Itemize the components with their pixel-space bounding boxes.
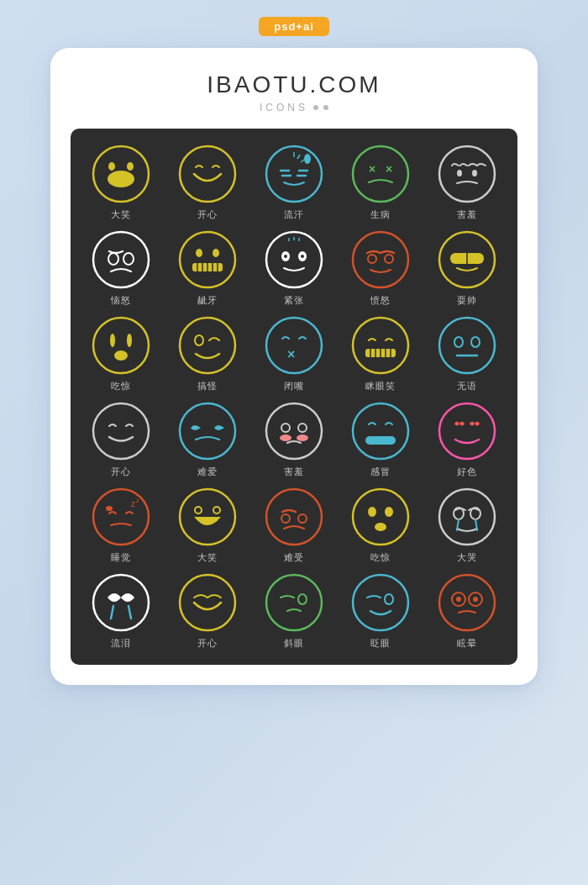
svg-line-13 [301,160,304,162]
funny-label: 搞怪 [197,380,218,392]
svg-point-22 [123,253,134,265]
happy3-icon [177,572,238,633]
icon-cell-shy: 害羞 [426,144,509,221]
sweat-icon [264,144,324,204]
svg-point-41 [368,255,376,263]
svg-point-98 [266,575,322,630]
svg-point-51 [195,335,203,345]
icon-cell-happy3: 开心 [165,572,249,650]
icon-cell-big-laugh2: 大笑 [165,487,249,564]
svg-line-96 [129,606,131,619]
dot2 [323,105,328,110]
icon-cell-funny: 搞怪 [165,315,249,392]
svg-point-50 [180,318,235,373]
big-laugh2-icon [177,487,238,547]
svg-point-17 [439,146,495,202]
surprised-icon [91,315,151,376]
svg-point-36 [301,255,304,258]
squint-label: 眯眼笑 [365,380,396,392]
speechless-icon [437,315,497,376]
svg-point-84 [298,514,307,523]
card: IBAOTU.COM ICONS 大笑 [50,48,538,685]
icon-cell-squint-eye: 斜眼 [252,572,335,650]
icon-cell-sweat: 流汗 [252,144,335,221]
svg-point-1 [108,171,134,187]
svg-point-97 [180,575,235,630]
svg-point-72 [353,403,408,459]
icon-cell-tears: 流泪 [79,572,162,650]
icon-cell-happy2: 开心 [79,401,162,478]
svg-point-74 [439,403,495,459]
icon-cell-surprised2: 吃惊 [339,487,423,564]
lusty-label: 好色 [457,466,477,478]
shush-label: 闭嘴 [284,380,304,392]
svg-text:z: z [131,499,135,508]
icon-cell-squint: 眯眼笑 [339,315,423,392]
svg-point-2 [108,162,115,171]
icon-cell-lusty: 好色 [426,401,509,478]
svg-point-86 [368,507,376,517]
icon-cell-teeth: 龇牙 [165,229,249,307]
cold-icon [350,401,411,461]
svg-point-63 [471,337,480,347]
svg-point-102 [439,575,495,630]
svg-point-83 [281,514,290,523]
icon-cell-happy: 开心 [165,144,249,221]
icon-cell-shy2: 害羞 [252,401,335,478]
happy2-label: 开心 [111,466,131,478]
cool-label: 耍帅 [457,294,477,307]
svg-point-66 [180,403,235,459]
wink-icon [350,572,411,633]
hard-love-icon [177,401,238,461]
tears-label: 流泪 [111,637,131,650]
site-title: IBAOTU.COM [207,71,381,98]
sick-label: 生病 [370,208,391,221]
surprised2-label: 吃惊 [370,551,391,564]
icon-cell-dizzy: 眩晕 [426,572,509,650]
big-laugh-icon [91,144,151,204]
svg-point-4 [180,146,235,202]
svg-point-88 [375,523,386,531]
teeth-label: 龇牙 [197,294,218,307]
nervous-icon [264,229,324,290]
svg-point-99 [298,594,307,604]
happy-label: 开心 [197,208,218,221]
squint-eye-label: 斜眼 [284,637,304,650]
svg-point-70 [280,435,291,441]
icon-cell-suffer: 难受 [252,487,335,564]
svg-point-85 [353,489,408,545]
svg-point-52 [266,318,322,373]
svg-point-87 [385,507,393,517]
furious-icon [350,229,411,290]
svg-point-76 [106,506,113,511]
svg-point-94 [93,575,149,630]
svg-point-89 [439,489,495,545]
surprised-label: 吃惊 [111,380,131,392]
svg-point-80 [195,507,202,514]
svg-point-46 [93,318,149,373]
svg-point-67 [266,403,322,459]
svg-point-75 [93,489,149,545]
icon-panel: 大笑 开心 [71,129,517,665]
surprised2-icon [350,487,411,547]
icon-cell-cold: 感冒 [339,401,423,478]
svg-point-106 [473,597,478,602]
psd-badge: psd+ai [259,17,329,36]
icon-cell-speechless: 无语 [426,315,509,392]
happy2-icon [91,401,151,461]
lusty-icon [437,401,497,461]
icon-cell-nervous: 紧张 [252,229,335,307]
svg-point-42 [385,255,393,263]
big-laugh2-label: 大笑 [197,551,218,564]
svg-point-24 [196,249,202,257]
icon-cell-angry2: 恼怒 [79,229,162,307]
svg-point-35 [284,255,287,258]
icon-cell-cool: 耍帅 [426,229,509,307]
tears-icon [91,572,151,633]
svg-point-18 [457,170,462,176]
dizzy-icon [437,572,497,633]
cool-icon [437,229,497,290]
svg-text:z: z [136,497,139,504]
sleep-label: 睡觉 [111,551,131,564]
icon-cell-surprised: 吃惊 [79,315,162,392]
